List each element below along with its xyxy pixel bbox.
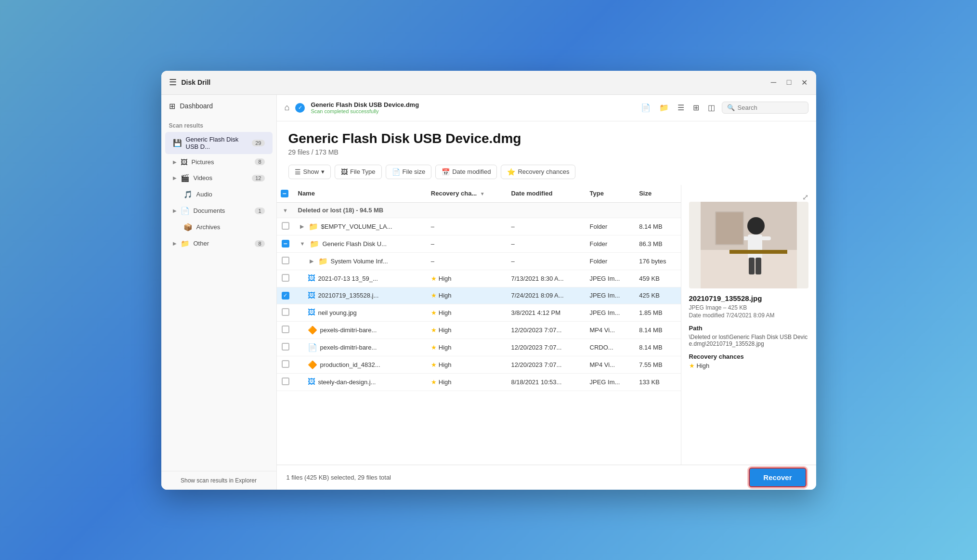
row6-star-icon: ★ [431,309,437,316]
minimize-button[interactable]: ─ [770,78,778,86]
row2-filename: Generic Flash Disk U... [322,240,387,247]
row4-star-icon: ★ [431,275,437,282]
sidebar-pictures-count: 8 [255,158,264,165]
header-recovery[interactable]: Recovery cha... ▼ [427,185,508,203]
maximize-button[interactable]: □ [785,78,793,86]
topbar-scan-status: Scan completed successfully [311,108,419,114]
row6-name[interactable]: 🖼 neil young.jpg [294,304,427,321]
row4-name[interactable]: 🖼 2021-07-13 13_59_... [294,270,427,287]
row3-expand-icon[interactable]: ▶ [308,257,315,265]
sidebar-item-documents[interactable]: ▶ 📄 Documents 1 [165,203,273,219]
header-name[interactable]: Name [294,185,427,203]
row5-checkbox[interactable]: ✓ [282,292,289,300]
row10-name[interactable]: 🖼 steely-dan-design.j... [294,373,427,391]
row5-type: JPEG Im... [586,287,636,304]
sidebar-item-audio[interactable]: 🎵 Audio [165,186,273,203]
row2-recovery: – [427,235,508,252]
folder-view-icon[interactable]: 📁 [657,101,671,114]
preview-filename: 20210719_135528.jpg [689,294,808,302]
date-modified-button[interactable]: 📅 Date modified [435,165,497,179]
file-size-button[interactable]: 📄 File size [386,165,432,179]
sidebar-documents-count: 1 [255,208,264,214]
preview-image [689,202,808,288]
row10-filename: steely-dan-design.j... [318,378,376,386]
row4-checkbox[interactable] [282,274,289,282]
dashboard-label: Dashboard [180,102,213,110]
show-scan-results-button[interactable]: Show scan results in Explorer [169,477,269,484]
grid-view-icon[interactable]: ⊞ [691,101,701,114]
sort-down-icon: ▼ [480,191,485,196]
select-all-checkbox[interactable]: − [281,190,288,197]
other-expand-icon: ▶ [173,241,177,246]
file-type-button[interactable]: 🖼 File Type [335,165,382,179]
row1-name[interactable]: ▶ 📁 $EMPTY_VOLUME_LA... [294,218,427,235]
videos-icon: 🎬 [181,174,190,182]
row4-size: 459 KB [635,270,680,287]
sidebar-item-videos[interactable]: ▶ 🎬 Videos 12 [165,170,273,186]
row1-folder-icon: 📁 [309,222,318,231]
table-row: − ▼ 📁 Generic Flash Disk U... – [277,235,681,252]
sidebar-dashboard[interactable]: ⊞ Dashboard [161,95,276,117]
table-row: 🔶 pexels-dimitri-bare... ★ High [277,321,681,339]
row9-size: 7.55 MB [635,356,680,373]
preview-panel: ⤢ [681,185,816,465]
sidebar-item-device[interactable]: 💾 Generic Flash Disk USB D... 29 [165,132,273,154]
sidebar-item-other[interactable]: ▶ 📁 Other 8 [165,235,273,252]
other-icon: 📁 [181,239,190,248]
row2-expand-icon[interactable]: ▼ [298,240,307,247]
row2-checkbox[interactable]: − [282,240,289,247]
list-view-icon[interactable]: ☰ [676,101,686,114]
table-row: ▶ 📁 $EMPTY_VOLUME_LA... – – Folder 8.14 … [277,218,681,235]
doc-view-icon[interactable]: 📄 [639,101,652,114]
row9-recovery: ★ High [427,356,508,373]
row7-type: MP4 Vi... [586,321,636,339]
row7-date: 12/20/2023 7:07... [507,321,586,339]
search-input[interactable] [738,104,803,111]
close-button[interactable]: ✕ [801,78,808,86]
hamburger-icon[interactable]: ☰ [169,77,177,88]
row3-name[interactable]: ▶ 📁 System Volume Inf... [294,252,427,270]
preview-recovery-value: ★ High [689,362,808,369]
star-filter-icon: ⭐ [507,168,515,176]
group-collapse-icon[interactable]: ▼ [281,207,290,214]
row3-checkbox[interactable] [282,257,289,264]
row10-checkbox[interactable] [282,378,289,385]
documents-icon: 📄 [181,207,190,215]
row5-name[interactable]: 🖼 20210719_135528.j... [294,287,427,304]
row1-expand-icon[interactable]: ▶ [298,222,306,231]
header-date[interactable]: Date modified [507,185,586,203]
row10-star-icon: ★ [431,378,437,386]
preview-recovery-label: Recovery chances [689,353,808,360]
home-icon[interactable]: ⌂ [285,103,290,113]
file-table: − Name Recovery cha... ▼ D [277,185,681,391]
row8-checkbox[interactable] [282,343,289,351]
panel-view-icon[interactable]: ◫ [706,101,717,114]
row9-name[interactable]: 🔶 production_id_4832... [294,356,427,373]
header-type[interactable]: Type [586,185,636,203]
sidebar-videos-label: Videos [194,174,248,182]
show-filter-button[interactable]: ☰ Show ▾ [288,165,331,179]
row8-star-icon: ★ [431,344,437,351]
recover-button[interactable]: Recover [749,468,806,487]
row9-checkbox[interactable] [282,360,289,368]
row3-folder-icon: 📁 [318,257,328,266]
row3-date: – [507,252,586,270]
row7-star-icon: ★ [431,326,437,334]
svg-rect-7 [756,258,761,274]
row8-name[interactable]: 📄 pexels-dimitri-bare... [294,339,427,356]
sidebar-item-archives[interactable]: 📦 Archives [165,219,273,235]
sidebar-documents-label: Documents [194,207,251,214]
row9-type: MP4 Vi... [586,356,636,373]
row7-checkbox[interactable] [282,326,289,333]
row9-date: 12/20/2023 7:07... [507,356,586,373]
preview-expand-button[interactable]: ⤢ [802,193,808,202]
row7-name[interactable]: 🔶 pexels-dimitri-bare... [294,321,427,339]
row2-name[interactable]: ▼ 📁 Generic Flash Disk U... [294,235,427,252]
recovery-chances-button[interactable]: ⭐ Recovery chances [501,165,575,179]
page-subtitle: 29 files / 173 MB [288,148,805,156]
row1-checkbox[interactable] [282,222,289,230]
sidebar-item-pictures[interactable]: ▶ 🖼 Pictures 8 [165,154,273,170]
row6-checkbox[interactable] [282,308,289,316]
header-size[interactable]: Size [635,185,680,203]
row4-type: JPEG Im... [586,270,636,287]
